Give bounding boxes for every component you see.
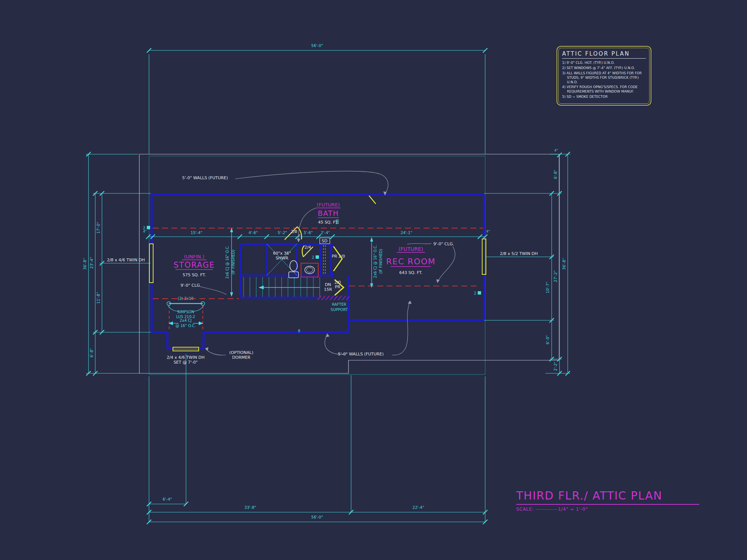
door-rec-label-2: PR — [335, 284, 341, 289]
dim-hall-width: 4'-6" — [249, 230, 258, 235]
rec-name: REC ROOM — [386, 257, 436, 266]
door-bath-label: 2/4 — [304, 245, 311, 250]
sink-bowl-icon — [307, 268, 313, 273]
optional-dormer-label-1: (OPTIONAL) — [229, 350, 253, 355]
window-dormer-label: 2/4 x 4/6 TWIN DH — [167, 355, 205, 360]
dim-left-lower: 11'-8" — [96, 292, 100, 304]
staircase — [244, 277, 320, 297]
dim-toilet-width: 3'-6" — [304, 230, 313, 235]
storage-ceiling: 9'-0" CLG. — [180, 283, 201, 288]
storage-tag: (UNFIN.) — [184, 254, 205, 259]
dim-right-lower: 6'-0" — [545, 335, 550, 345]
note-item: 4) VERIFY ROUGH OPNG'S/SPECS. FOR CODE R… — [562, 85, 646, 94]
future-walls-bottom-label: 5'-0" WALLS (FUTURE) — [338, 352, 384, 357]
stair-arrow-icon — [258, 286, 264, 289]
dim-closet-width: 2'-4" — [321, 230, 330, 235]
closet-bifold-lines — [323, 245, 325, 275]
hanger-label-1: SIMPSON — [177, 310, 194, 314]
rec-tag: (FUTURE) — [399, 246, 424, 252]
shower-label: SHWR — [276, 256, 288, 261]
dim-left-bottom: 6'-8" — [89, 348, 94, 358]
stair-risers-label: 15R — [324, 287, 332, 292]
wall-tag-square-left — [147, 226, 150, 229]
dim-wall-4in-right: 4" — [486, 230, 490, 233]
beam-label: (2) 2x10 — [178, 296, 193, 301]
dim-top: 56'-0" — [311, 43, 323, 48]
rec-area: 643 SQ. FT. — [399, 270, 422, 275]
bath-fixtures — [267, 244, 325, 278]
dim-right-overall: 36'-8" — [562, 258, 566, 270]
smoke-detector-label: SD — [322, 239, 327, 243]
dimension-labels: 56'-0" 6'-4" 33'-8" 22'-4" 56'-0" 36'-8"… — [83, 43, 566, 519]
sheet-title: THIRD FLR./ ATTIC PLAN — [516, 489, 699, 505]
wall-tag-square-mid — [316, 255, 319, 259]
dim-bottom-overall: 56'-0" — [311, 515, 323, 519]
storage-area: 575 SQ. FT. — [183, 273, 206, 277]
dormer-joist-label-1: 2x4 CJ — [180, 318, 192, 323]
note-item: 1) 9'-0" CLG. HGT. (TYP.) U.N.O. — [562, 61, 646, 65]
door-closet-label: PR 2/0 — [332, 254, 345, 259]
dim-right-window: 10'-7" — [545, 281, 550, 293]
door-pair-2-0-icon — [334, 246, 342, 271]
rec-joist-label: 2x6 CJ @ 16" O.C. — [373, 245, 377, 278]
dim-right-mid: 27'-2" — [553, 270, 558, 282]
sheet-title-block: THIRD FLR./ ATTIC PLAN SCALE: ----------… — [516, 489, 699, 512]
dim-left-overall: 36'-8" — [83, 258, 87, 270]
notes-title: ATTIC FLOOR PLAN — [562, 50, 646, 59]
dim-shower-width: 5'-2" — [278, 230, 287, 235]
wall-tag-square-right — [478, 291, 481, 295]
note-item: 2) SET WINDOWS @ 7'-4" AFF. (TYP.) U.N.O… — [562, 66, 646, 71]
dim-left-mid: 23'-4" — [89, 257, 94, 269]
dim-right-top: 6'-8" — [553, 170, 558, 179]
door-bath-hall-label: 2/8 — [291, 229, 297, 234]
window-left-label: 2/8 x 4/6 TWIN DH — [107, 258, 145, 262]
window-right-label: 2/8 x 5/2 TWIN DH — [500, 251, 538, 256]
dim-bottom-left: 33'-8" — [244, 505, 256, 510]
wall-tag-8: 8 — [298, 329, 300, 333]
sheet-scale: SCALE: ------------1/4" = 1'-0" — [516, 506, 699, 512]
note-item: 5) SD = SMOKE DETECTOR — [562, 95, 646, 99]
wall-tag-mid: 2 — [312, 255, 314, 259]
stair-down-label: DN — [325, 282, 331, 287]
bath-tag: (FUTURE) — [317, 202, 340, 208]
future-walls-top-label: 5'-0" WALLS (FUTURE) — [182, 175, 228, 180]
dormer-joist-label-2: @ 16" O.C. — [176, 324, 196, 328]
window-dormer-height-label: SET @ 7'-0" — [174, 360, 198, 365]
rec-ceiling: 9'-0" CLG. — [433, 242, 454, 246]
dim-storage-width: 15'-4" — [190, 230, 202, 235]
rec-joist-note: (IF FINISHED) — [379, 249, 383, 274]
dim-left-upper: 17'-0" — [96, 222, 100, 234]
rafter-support-label-1: RAFTER — [332, 302, 346, 307]
note-item: 3) ALL WALLS FIGURED AT 4" WIDTHS FOR FO… — [562, 71, 646, 85]
wall-tag-right: 2 — [474, 291, 476, 295]
general-notes-box: ATTIC FLOOR PLAN 1) 9'-0" CLG. HGT. (TYP… — [557, 46, 651, 106]
shower-size-label: 60"x 36" — [273, 251, 291, 256]
storage-joist-label: 2x6 CJ @ 16" O.C. — [225, 245, 229, 279]
storage-joist-note: (IF FINISHED) — [231, 250, 235, 275]
smoke-detector-bath-label: SD — [335, 219, 340, 224]
door-mark-top-wall — [369, 196, 376, 204]
wall-tag-left: 2 — [143, 226, 145, 230]
core-walls — [241, 245, 349, 298]
dim-bottom-right: 22'-4" — [412, 505, 424, 510]
storage-name: STORAGE — [174, 261, 215, 270]
dim-dormer-offset: 6'-4" — [163, 497, 172, 501]
dim-right-bottom: 2'-2" — [553, 362, 558, 371]
fixture-labels: 60"x 36" SHWR — [273, 251, 291, 261]
optional-dormer-label-2: DORMER — [232, 355, 251, 360]
general-notes-inner-border: ATTIC FLOOR PLAN 1) 9'-0" CLG. HGT. (TYP… — [558, 48, 650, 104]
rafter-support-label-2: SUPPORT — [331, 308, 348, 312]
dim-wall-4in-left: 4" — [143, 230, 147, 233]
dim-wall-4in-corner: 4" — [554, 149, 558, 152]
attic-floor-plan-drawing: 56'-0" 6'-4" 33'-8" 22'-4" 56'-0" 36'-8"… — [0, 0, 747, 560]
bath-name: BATH — [318, 209, 339, 217]
dim-rec-width: 24'-1" — [400, 230, 412, 235]
